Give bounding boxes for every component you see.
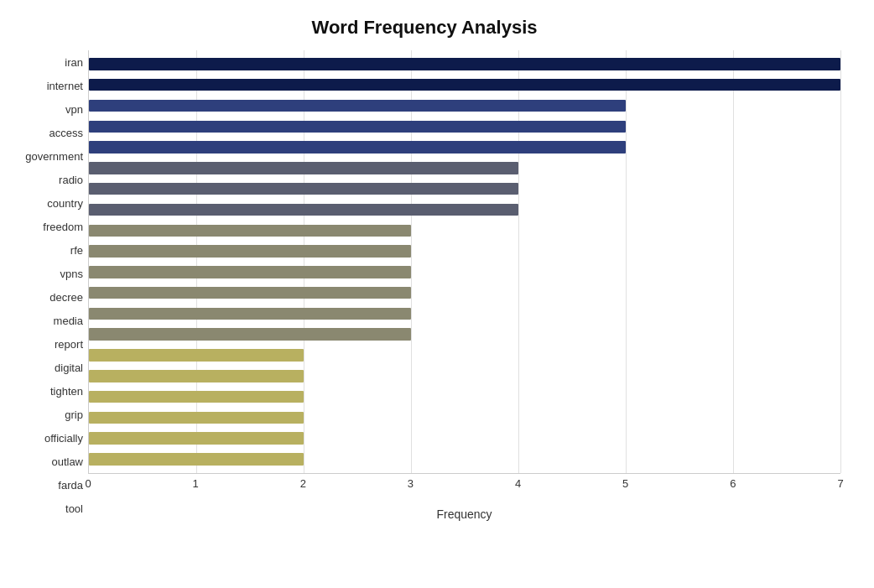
bar-media <box>89 287 411 299</box>
bar-access <box>89 121 626 133</box>
y-label-vpn: vpn <box>65 97 83 121</box>
grid-line-7 <box>840 50 841 473</box>
bar-row-tighten <box>89 345 840 366</box>
x-tick-5: 5 <box>622 477 628 490</box>
y-label-report: report <box>55 333 83 356</box>
bar-row-officially <box>89 387 840 408</box>
bar-row-access <box>89 116 840 137</box>
bar-freedom <box>89 204 518 216</box>
y-labels: iraninternetvpnaccessgovernmentradiocoun… <box>8 50 88 521</box>
bar-government <box>89 141 626 154</box>
bar-officially <box>89 391 304 403</box>
bars-wrapper <box>89 50 840 473</box>
bar-country <box>89 183 518 195</box>
bar-decree <box>89 266 411 278</box>
chart-container: Word Frequency Analysis iraninternetvpna… <box>0 0 874 588</box>
bar-row-outlaw <box>89 408 840 429</box>
y-label-rfe: rfe <box>70 238 83 262</box>
bar-vpn <box>89 100 626 112</box>
bar-vpns <box>89 245 411 258</box>
bars-section: 01234567 Frequency <box>88 50 840 521</box>
y-label-access: access <box>49 121 83 144</box>
bar-report <box>89 308 411 320</box>
y-label-digital: digital <box>55 356 83 380</box>
bar-radio <box>89 162 518 174</box>
y-label-radio: radio <box>59 168 83 191</box>
bar-row-media <box>89 283 840 304</box>
bar-internet <box>89 79 840 91</box>
chart-area: iraninternetvpnaccessgovernmentradiocoun… <box>8 50 840 521</box>
bar-digital <box>89 328 411 341</box>
bar-row-vpn <box>89 96 840 117</box>
y-label-decree: decree <box>49 285 83 309</box>
bar-row-farda <box>89 428 840 449</box>
y-label-media: media <box>54 310 83 333</box>
bar-row-rfe <box>89 220 840 241</box>
grid-and-bars <box>88 50 840 474</box>
bar-row-internet <box>89 75 840 96</box>
x-tick-6: 6 <box>730 477 736 490</box>
bar-row-tool <box>89 449 840 470</box>
y-label-vpns: vpns <box>60 262 83 285</box>
bar-row-freedom <box>89 200 840 221</box>
bar-row-government <box>89 137 840 158</box>
x-tick-0: 0 <box>85 477 91 490</box>
y-label-farda: farda <box>58 474 83 497</box>
bar-farda <box>89 432 304 445</box>
bar-iran <box>89 58 840 70</box>
y-label-officially: officially <box>44 427 83 450</box>
y-label-grip: grip <box>65 403 83 427</box>
bar-row-vpns <box>89 241 840 262</box>
x-tick-7: 7 <box>837 477 843 490</box>
bar-tighten <box>89 349 304 362</box>
bar-row-decree <box>89 262 840 283</box>
bar-row-report <box>89 304 840 325</box>
bar-row-iran <box>89 54 840 75</box>
x-axis-title: Frequency <box>88 507 840 521</box>
bar-row-digital <box>89 324 840 345</box>
y-label-outlaw: outlaw <box>51 450 83 474</box>
x-axis-labels: 01234567 <box>88 477 840 502</box>
y-label-country: country <box>47 191 83 215</box>
bar-tool <box>89 453 304 466</box>
bar-grip <box>89 370 304 382</box>
y-label-tighten: tighten <box>50 380 83 403</box>
bar-row-radio <box>89 158 840 179</box>
x-tick-2: 2 <box>300 477 306 490</box>
x-tick-3: 3 <box>408 477 414 490</box>
y-label-iran: iran <box>65 50 83 74</box>
bar-row-grip <box>89 366 840 387</box>
bar-rfe <box>89 225 411 237</box>
y-label-tool: tool <box>65 497 83 521</box>
x-tick-4: 4 <box>515 477 521 490</box>
chart-title: Word Frequency Analysis <box>8 17 840 39</box>
y-label-freedom: freedom <box>43 215 83 238</box>
x-tick-1: 1 <box>193 477 199 490</box>
y-label-government: government <box>25 144 83 168</box>
bar-row-country <box>89 179 840 200</box>
y-label-internet: internet <box>47 74 83 97</box>
bar-outlaw <box>89 412 304 424</box>
